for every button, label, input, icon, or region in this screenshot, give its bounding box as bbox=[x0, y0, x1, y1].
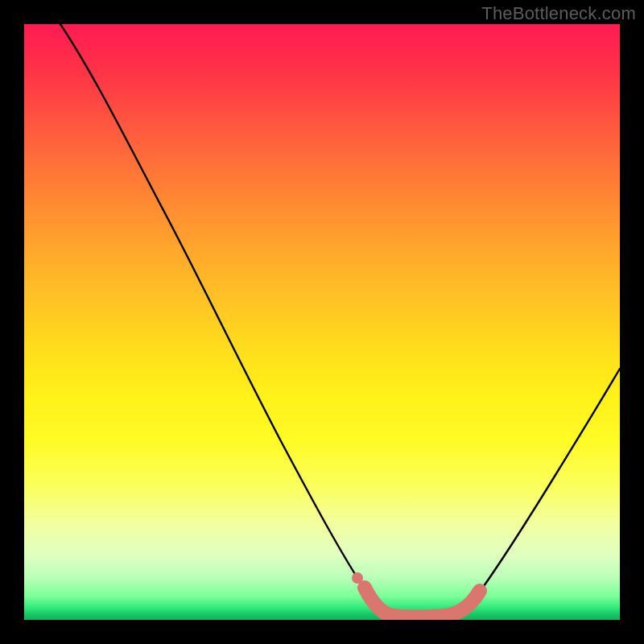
highlight-start-dot bbox=[352, 572, 363, 584]
watermark-text: TheBottleneck.com bbox=[481, 3, 636, 24]
bottleneck-curve bbox=[60, 24, 620, 617]
chart-stage: TheBottleneck.com bbox=[0, 0, 644, 644]
optimal-range-highlight bbox=[365, 588, 480, 617]
chart-svg bbox=[24, 24, 620, 620]
plot-area bbox=[24, 24, 620, 620]
